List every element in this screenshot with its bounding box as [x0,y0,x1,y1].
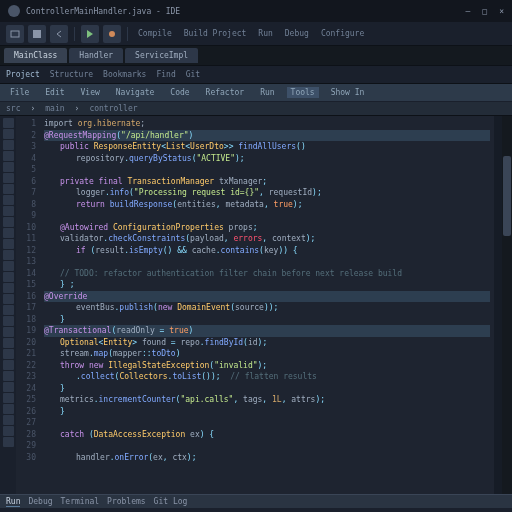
crumb-2[interactable]: controller [89,104,137,113]
scrollbar-thumb[interactable] [503,156,511,236]
gutter-mark[interactable] [3,404,14,414]
gutter-mark[interactable] [3,360,14,370]
gutter-mark[interactable] [3,118,14,128]
sub-project[interactable]: Project [6,70,40,79]
tb-compile[interactable]: Compile [134,29,176,38]
undo-icon[interactable] [50,25,68,43]
code-line[interactable]: return buildResponse(entities, metadata,… [44,199,490,211]
menu-edit[interactable]: Edit [41,87,68,98]
code-line[interactable]: } ; [44,279,490,291]
menu-refactor[interactable]: Refactor [202,87,249,98]
minimize-button[interactable]: — [466,7,471,16]
gutter-mark[interactable] [3,316,14,326]
sub-find[interactable]: Find [156,70,175,79]
minimap[interactable] [494,116,502,494]
code-line[interactable] [44,256,490,268]
gutter-mark[interactable] [3,437,14,447]
run-icon[interactable] [81,25,99,43]
code-line[interactable]: @RequestMapping("/api/handler") [44,130,490,142]
gutter-mark[interactable] [3,283,14,293]
crumb-0[interactable]: src [6,104,20,113]
gutter-mark[interactable] [3,173,14,183]
gutter-mark[interactable] [3,393,14,403]
menu-run[interactable]: Run [256,87,278,98]
code-line[interactable]: Optional<Entity> found = repo.findById(i… [44,337,490,349]
save-icon[interactable] [28,25,46,43]
code-line[interactable]: catch (DataAccessException ex) { [44,429,490,441]
code-line[interactable]: .collect(Collectors.toList()); // flatte… [44,371,490,383]
sub-structure[interactable]: Structure [50,70,93,79]
gutter-mark[interactable] [3,272,14,282]
tb-build[interactable]: Build Project [180,29,251,38]
console-output[interactable]: > Task :compileJava UP-TO-DATE BUILD SUC… [0,508,512,512]
tab-0[interactable]: MainClass [4,48,67,63]
code-line[interactable]: if (result.isEmpty() && cache.contains(k… [44,245,490,257]
code-line[interactable]: private final TransactionManager txManag… [44,176,490,188]
code-line[interactable]: @Autowired ConfigurationProperties props… [44,222,490,234]
code-line[interactable] [44,440,490,452]
code-line[interactable]: } [44,406,490,418]
gutter-mark[interactable] [3,250,14,260]
sub-git[interactable]: Git [186,70,200,79]
gutter-mark[interactable] [3,426,14,436]
maximize-button[interactable]: □ [482,7,487,16]
panel-problems[interactable]: Problems [107,497,146,506]
code-line[interactable] [44,417,490,429]
code-line[interactable]: metrics.incrementCounter("api.calls", ta… [44,394,490,406]
sub-bookmarks[interactable]: Bookmarks [103,70,146,79]
gutter-mark[interactable] [3,261,14,271]
gutter-mark[interactable] [3,415,14,425]
code-line[interactable]: public ResponseEntity<List<UserDto>> fin… [44,141,490,153]
code-line[interactable]: @Override [44,291,490,303]
tb-run[interactable]: Run [254,29,276,38]
panel-git[interactable]: Git Log [154,497,188,506]
menu-file[interactable]: File [6,87,33,98]
code-line[interactable]: import org.hibernate; [44,118,490,130]
close-button[interactable]: × [499,7,504,16]
tb-config[interactable]: Configure [317,29,368,38]
gutter-mark[interactable] [3,349,14,359]
open-icon[interactable] [6,25,24,43]
gutter-mark[interactable] [3,371,14,381]
menu-view[interactable]: View [77,87,104,98]
code-line[interactable]: // TODO: refactor authentication filter … [44,268,490,280]
gutter-mark[interactable] [3,228,14,238]
code-line[interactable]: @Transactional(readOnly = true) [44,325,490,337]
menu-tools[interactable]: Tools [287,87,319,98]
code-line[interactable]: logger.info("Processing request id={}", … [44,187,490,199]
gutter-mark[interactable] [3,294,14,304]
gutter-mark[interactable] [3,239,14,249]
menu-navigate[interactable]: Navigate [112,87,159,98]
tab-2[interactable]: ServiceImpl [125,48,198,63]
code-line[interactable]: throw new IllegalStateException("invalid… [44,360,490,372]
panel-terminal[interactable]: Terminal [61,497,100,506]
gutter-mark[interactable] [3,129,14,139]
code-line[interactable]: validator.checkConstraints(payload, erro… [44,233,490,245]
gutter-mark[interactable] [3,151,14,161]
gutter-mark[interactable] [3,305,14,315]
tb-debug[interactable]: Debug [281,29,313,38]
code-line[interactable]: handler.onError(ex, ctx); [44,452,490,464]
menu-showin[interactable]: Show In [327,87,369,98]
gutter-mark[interactable] [3,140,14,150]
crumb-1[interactable]: main [45,104,64,113]
vertical-scrollbar[interactable] [502,116,512,494]
gutter-mark[interactable] [3,327,14,337]
debug-icon[interactable] [103,25,121,43]
code-line[interactable]: } [44,314,490,326]
gutter-mark[interactable] [3,206,14,216]
panel-run[interactable]: Run [6,497,20,507]
code-editor[interactable]: import org.hibernate;@RequestMapping("/a… [40,116,494,494]
gutter-mark[interactable] [3,195,14,205]
gutter-mark[interactable] [3,217,14,227]
panel-debug[interactable]: Debug [28,497,52,506]
code-line[interactable] [44,210,490,222]
code-line[interactable] [44,164,490,176]
tab-1[interactable]: Handler [69,48,123,63]
gutter-mark[interactable] [3,382,14,392]
code-line[interactable]: eventBus.publish(new DomainEvent(source)… [44,302,490,314]
gutter-mark[interactable] [3,184,14,194]
code-line[interactable]: repository.queryByStatus("ACTIVE"); [44,153,490,165]
code-line[interactable]: } [44,383,490,395]
gutter-mark[interactable] [3,338,14,348]
